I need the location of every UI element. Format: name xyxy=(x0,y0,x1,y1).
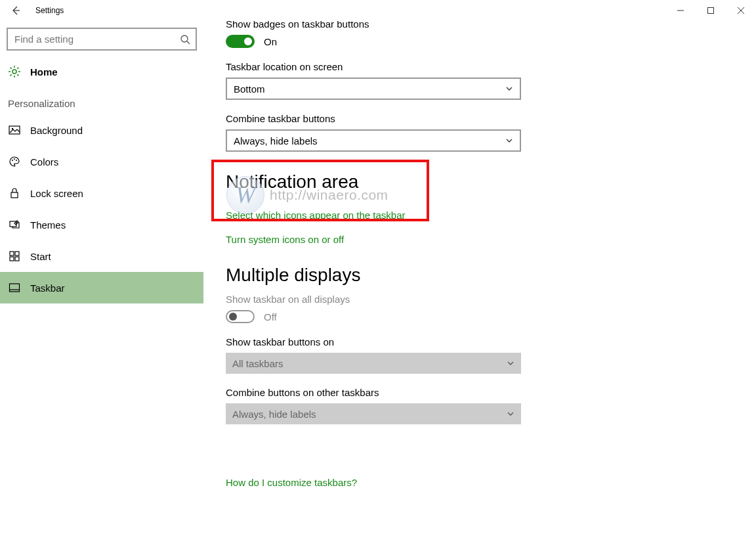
svg-rect-25 xyxy=(10,257,14,261)
chevron-down-icon xyxy=(507,359,514,367)
chevron-down-icon xyxy=(505,85,513,93)
minimize-button[interactable] xyxy=(665,0,696,21)
sidebar-item-background[interactable]: Background xyxy=(0,114,203,146)
close-button[interactable] xyxy=(726,0,756,21)
badges-toggle[interactable] xyxy=(226,35,255,48)
sidebar-item-label: Background xyxy=(30,125,83,136)
setting-label-badges: Show badges on taskbar buttons xyxy=(226,21,521,30)
sidebar-item-lock-screen[interactable]: Lock screen xyxy=(0,177,203,209)
combine-other-dropdown: Always, hide labels xyxy=(226,403,521,424)
dropdown-value: Always, hide labels xyxy=(232,409,316,420)
setting-label-show-all: Show taskbar on all displays xyxy=(226,294,521,305)
toggle-state-text: Off xyxy=(264,311,277,323)
svg-point-19 xyxy=(14,158,15,160)
category-heading: Personalization xyxy=(0,87,203,114)
svg-rect-21 xyxy=(11,192,18,198)
back-button[interactable] xyxy=(0,0,32,21)
sidebar-item-start[interactable]: Start xyxy=(0,240,203,272)
start-icon xyxy=(8,250,21,263)
search-input[interactable] xyxy=(7,28,197,51)
sidebar-item-label: Start xyxy=(30,251,51,262)
sidebar-item-label: Themes xyxy=(30,219,66,231)
sidebar-item-themes[interactable]: Themes xyxy=(0,209,203,240)
svg-line-14 xyxy=(10,74,12,76)
chevron-down-icon xyxy=(505,137,513,145)
taskbar-icon xyxy=(8,281,21,294)
svg-rect-26 xyxy=(15,257,19,261)
section-heading-multiple: Multiple displays xyxy=(226,265,521,286)
palette-icon xyxy=(8,155,21,168)
svg-rect-27 xyxy=(10,284,20,292)
svg-line-12 xyxy=(10,68,12,69)
gear-icon xyxy=(8,65,21,78)
show-buttons-dropdown: All taskbars xyxy=(226,353,521,374)
link-system-icons[interactable]: Turn system icons on or off xyxy=(226,234,344,245)
setting-label-location: Taskbar location on screen xyxy=(226,61,521,72)
search-field[interactable] xyxy=(13,33,180,45)
setting-label-show-buttons: Show taskbar buttons on xyxy=(226,336,521,347)
svg-point-18 xyxy=(12,160,13,161)
show-all-toggle[interactable] xyxy=(226,310,255,323)
setting-label-combine-other: Combine buttons on other taskbars xyxy=(226,387,521,398)
svg-line-15 xyxy=(17,68,18,69)
svg-rect-2 xyxy=(708,8,714,14)
home-button[interactable]: Home xyxy=(0,56,203,87)
combine-dropdown[interactable]: Always, hide labels xyxy=(226,129,521,152)
svg-line-13 xyxy=(17,74,18,76)
svg-rect-23 xyxy=(10,252,14,256)
sidebar-item-label: Taskbar xyxy=(30,282,65,294)
search-icon xyxy=(180,34,190,45)
svg-line-6 xyxy=(187,41,190,44)
svg-point-7 xyxy=(12,70,16,74)
dropdown-value: Always, hide labels xyxy=(234,135,318,146)
section-heading-notification: Notification area xyxy=(226,171,521,192)
svg-point-5 xyxy=(181,35,188,42)
svg-rect-24 xyxy=(15,252,19,256)
picture-icon xyxy=(8,123,21,137)
faq-link[interactable]: How do I customize taskbars? xyxy=(226,477,521,488)
home-label: Home xyxy=(30,66,58,78)
dropdown-value: Bottom xyxy=(234,83,265,95)
sidebar-item-taskbar[interactable]: Taskbar xyxy=(0,272,203,303)
chevron-down-icon xyxy=(507,410,514,418)
svg-point-20 xyxy=(16,160,17,161)
sidebar-item-label: Lock screen xyxy=(30,188,83,199)
sidebar-item-label: Colors xyxy=(30,156,58,168)
setting-label-combine: Combine taskbar buttons xyxy=(226,113,521,124)
dropdown-value: All taskbars xyxy=(232,358,284,369)
maximize-button[interactable] xyxy=(696,0,726,21)
lock-icon xyxy=(8,187,21,200)
toggle-state-text: On xyxy=(264,36,277,47)
sidebar-item-colors[interactable]: Colors xyxy=(0,146,203,177)
window-title: Settings xyxy=(32,6,64,15)
location-dropdown[interactable]: Bottom xyxy=(226,78,521,100)
themes-icon xyxy=(8,218,21,231)
link-select-icons[interactable]: Select which icons appear on the taskbar xyxy=(226,210,406,221)
